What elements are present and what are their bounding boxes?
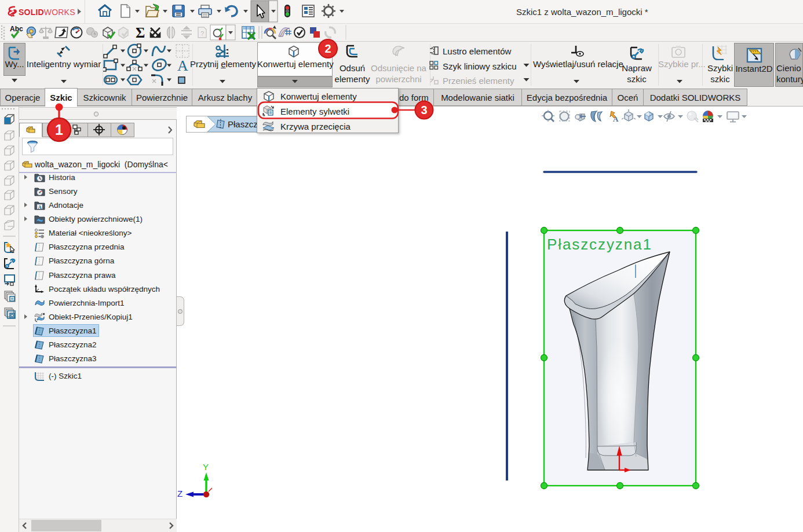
svg-text:A: A <box>38 204 42 210</box>
svg-text:Σ: Σ <box>136 25 145 41</box>
svg-text:Y: Y <box>203 462 209 472</box>
svg-text:SOLIDWORKS: SOLIDWORKS <box>19 8 75 17</box>
svg-text:Płaszczyzna1: Płaszczyzna1 <box>547 236 652 253</box>
svg-text:Abc: Abc <box>10 25 23 33</box>
svg-text:?: ? <box>200 30 204 37</box>
svg-text:Płaszczy: Płaszczy <box>228 119 257 129</box>
svg-text:Z: Z <box>177 489 183 498</box>
svg-text:A: A <box>613 115 619 123</box>
